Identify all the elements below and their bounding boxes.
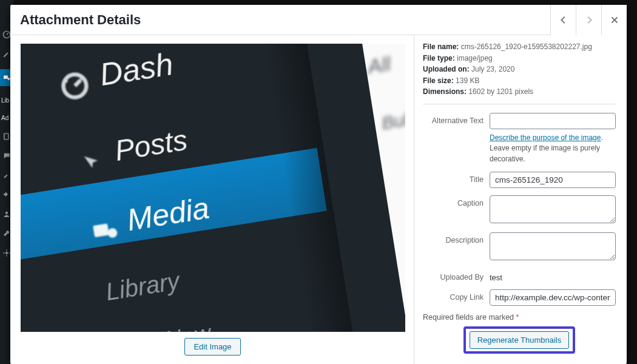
uploaded-by-label: Uploaded By bbox=[423, 269, 490, 281]
alt-text-label: Alternative Text bbox=[423, 113, 490, 125]
svg-rect-11 bbox=[109, 228, 114, 232]
svg-rect-3 bbox=[4, 133, 8, 140]
title-label: Title bbox=[423, 172, 490, 184]
copy-link-input[interactable] bbox=[490, 289, 616, 306]
meta-value-uploaded: July 23, 2020 bbox=[471, 65, 514, 73]
attachment-preview-pane: Dash Posts Media Library Add New All Bul… bbox=[10, 35, 414, 364]
attachment-details-sidebar: File name: cms-265126_1920-e159553820222… bbox=[414, 35, 627, 364]
meta-value-filesize: 139 KB bbox=[456, 76, 479, 85]
uploaded-by-value: test bbox=[490, 269, 616, 282]
svg-point-5 bbox=[5, 252, 8, 254]
prev-attachment-button[interactable] bbox=[550, 5, 576, 35]
meta-label-filetype: File type: bbox=[423, 54, 455, 62]
meta-value-dimensions: 1602 by 1201 pixels bbox=[468, 87, 533, 96]
dashboard-icon[interactable] bbox=[2, 30, 11, 39]
meta-label-filename: File name: bbox=[423, 42, 459, 51]
settings-icon[interactable] bbox=[2, 249, 11, 257]
meta-label-dimensions: Dimensions: bbox=[423, 87, 467, 96]
close-modal-button[interactable] bbox=[601, 5, 627, 35]
attachment-preview-image: Dash Posts Media Library Add New All Bul… bbox=[21, 44, 405, 332]
meta-label-filesize: File size: bbox=[423, 76, 454, 85]
preview-text-all: All bbox=[366, 52, 392, 78]
meta-label-uploaded: Uploaded on: bbox=[423, 65, 470, 73]
svg-point-2 bbox=[7, 78, 10, 80]
attachment-details-modal: Attachment Details Dash Posts bbox=[10, 5, 627, 364]
pages-icon[interactable] bbox=[2, 132, 11, 141]
description-label: Description bbox=[423, 232, 490, 244]
regenerate-highlight: Regenerate Thumbnails bbox=[463, 326, 576, 354]
svg-rect-9 bbox=[93, 223, 109, 237]
title-input[interactable] bbox=[490, 172, 616, 188]
svg-point-4 bbox=[5, 212, 8, 214]
copy-link-label: Copy Link bbox=[423, 289, 490, 302]
alt-text-help-link[interactable]: Describe the purpose of the image bbox=[490, 133, 601, 142]
tools-icon[interactable] bbox=[2, 229, 11, 238]
comments-icon[interactable] bbox=[2, 152, 11, 160]
attachment-meta: File name: cms-265126_1920-e159553820222… bbox=[423, 41, 616, 98]
users-icon[interactable] bbox=[2, 210, 11, 218]
alt-text-help: Describe the purpose of the image. Leave… bbox=[490, 133, 616, 164]
caption-label: Caption bbox=[423, 195, 490, 207]
modal-title: Attachment Details bbox=[10, 12, 150, 28]
meta-value-filetype: image/jpeg bbox=[457, 54, 493, 62]
description-input[interactable] bbox=[490, 232, 616, 260]
next-attachment-button[interactable] bbox=[576, 5, 601, 35]
posts-icon[interactable] bbox=[2, 50, 11, 58]
alt-text-input[interactable] bbox=[490, 113, 616, 129]
svg-point-6 bbox=[61, 73, 87, 99]
meta-value-filename: cms-265126_1920-e1595538202227.jpg bbox=[461, 42, 592, 51]
plugins-icon[interactable] bbox=[2, 190, 11, 199]
appearance-icon[interactable] bbox=[2, 171, 11, 180]
edit-image-button[interactable]: Edit Image bbox=[184, 338, 240, 356]
regenerate-thumbnails-button[interactable]: Regenerate Thumbnails bbox=[470, 331, 570, 349]
svg-rect-1 bbox=[4, 76, 8, 79]
required-fields-note: Required fields are marked * bbox=[423, 313, 616, 322]
modal-header: Attachment Details bbox=[10, 5, 627, 35]
caption-input[interactable] bbox=[490, 195, 616, 223]
